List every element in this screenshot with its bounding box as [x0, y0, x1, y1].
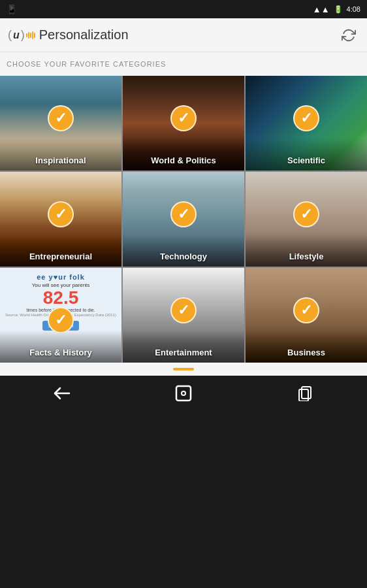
- overlay-facts-history: [0, 330, 121, 363]
- overlay-entrepreneurial: [0, 234, 121, 267]
- label-entrepreneurial: Entrepreneurial: [0, 252, 121, 261]
- bottom-indicator: [0, 363, 367, 376]
- svg-rect-1: [176, 386, 191, 400]
- status-bar-left: 📱: [7, 5, 17, 14]
- overlay-world-politics: [123, 138, 244, 171]
- wave-bar-2: [28, 32, 29, 39]
- battery-icon: 🔋: [334, 5, 343, 14]
- wave-bar-3: [30, 33, 31, 38]
- label-technology: Technology: [123, 252, 244, 261]
- category-entrepreneurial[interactable]: Entrepreneurial: [0, 172, 121, 267]
- phone-icon: 📱: [7, 5, 17, 14]
- overlay-business: [246, 330, 367, 363]
- wave-bar-1: [26, 33, 27, 37]
- overlay-entertainment: [123, 330, 244, 363]
- category-entertainment[interactable]: Entertainment: [123, 268, 244, 363]
- app-bar-title: Personalization: [39, 27, 129, 42]
- check-business: [293, 297, 319, 323]
- refresh-button[interactable]: [338, 25, 359, 46]
- categories-grid: Inspirational World & Politics Scientifi…: [0, 76, 367, 363]
- category-scientific[interactable]: Scientific: [246, 76, 367, 171]
- logo-wave: [26, 31, 35, 39]
- overlay-lifestyle: [246, 234, 367, 267]
- label-entertainment: Entertainment: [123, 348, 244, 357]
- category-world-politics[interactable]: World & Politics: [123, 76, 244, 171]
- category-technology[interactable]: Technology: [123, 172, 244, 267]
- label-scientific: Scientific: [246, 155, 367, 165]
- check-entrepreneurial: [48, 201, 74, 227]
- svg-rect-4: [299, 389, 308, 401]
- logo-u: u: [13, 29, 20, 41]
- svg-point-2: [182, 391, 185, 395]
- category-business[interactable]: Business: [246, 268, 367, 363]
- category-inspirational[interactable]: Inspirational: [0, 76, 121, 171]
- wave-bar-5: [34, 33, 35, 38]
- home-button[interactable]: [164, 380, 203, 406]
- label-facts-history: Facts & History: [0, 348, 121, 357]
- overlay-scientific: [246, 138, 367, 171]
- overlay-inspirational: [0, 138, 121, 171]
- indicator-dot: [173, 368, 194, 370]
- logo-bracket-right: ): [21, 28, 25, 42]
- check-entertainment: [170, 297, 197, 323]
- overlay-technology: [123, 234, 244, 267]
- label-business: Business: [246, 348, 367, 357]
- logo-icon: ( u ): [8, 28, 35, 42]
- check-world-politics: [170, 105, 197, 131]
- wave-bar-4: [32, 31, 33, 39]
- check-scientific: [293, 105, 319, 131]
- label-lifestyle: Lifestyle: [246, 252, 367, 261]
- facts-number: 82.5: [43, 289, 79, 307]
- status-time: 4:08: [347, 5, 360, 13]
- facts-top-text: ee y♥ur folk: [37, 273, 85, 281]
- logo-bracket-left: (: [8, 28, 12, 42]
- category-lifestyle[interactable]: Lifestyle: [246, 172, 367, 267]
- nav-bar: [0, 376, 367, 411]
- check-technology: [170, 201, 197, 227]
- back-button[interactable]: [42, 380, 81, 406]
- status-bar-right: ▲▲ 🔋 4:08: [313, 5, 360, 14]
- wifi-icon: ▲▲: [313, 5, 330, 14]
- svg-rect-3: [302, 387, 311, 399]
- recent-apps-button[interactable]: [286, 380, 325, 406]
- check-facts-history: [48, 307, 74, 333]
- app-logo: ( u ) Personalization: [8, 27, 338, 42]
- check-lifestyle: [293, 201, 319, 227]
- app-bar: ( u ) Personalization: [0, 18, 367, 52]
- subtitle-bar: CHOOSE YOUR FAVORITE CATEGORIES: [0, 52, 367, 76]
- category-facts-history[interactable]: ee y♥ur folk You will see your parents 8…: [0, 268, 121, 363]
- label-world-politics: World & Politics: [123, 155, 244, 165]
- subtitle-text: CHOOSE YOUR FAVORITE CATEGORIES: [7, 60, 166, 68]
- status-bar: 📱 ▲▲ 🔋 4:08: [0, 0, 367, 18]
- label-inspirational: Inspirational: [0, 155, 121, 165]
- check-inspirational: [48, 105, 74, 131]
